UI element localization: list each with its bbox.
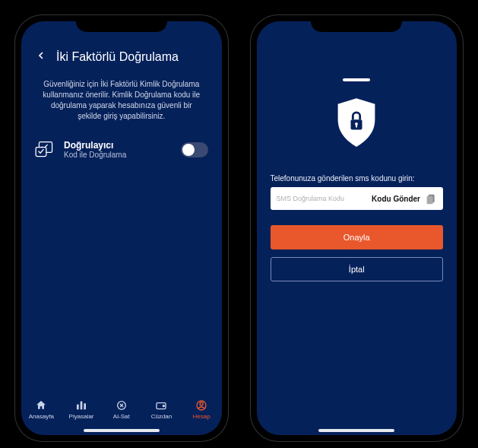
tab-trade[interactable]: Al-Sat [101, 399, 141, 420]
tab-markets-label: Piyasalar [69, 413, 94, 420]
authenticator-title: Doğrulayıcı [64, 140, 173, 151]
sms-code-input[interactable]: SMS Doğrulama Kodu Kodu Gönder [271, 187, 444, 210]
svg-point-7 [163, 405, 165, 406]
svg-point-9 [200, 402, 203, 405]
tab-markets[interactable]: Piyasalar [62, 399, 102, 420]
notch [76, 15, 167, 32]
toggle-knob [182, 144, 195, 156]
header: İki Faktörlü Doğrulama [35, 48, 208, 65]
shield-wrap [271, 97, 444, 151]
wallet-icon [154, 399, 168, 411]
home-indicator[interactable] [84, 429, 160, 432]
trade-icon [115, 399, 128, 411]
screen-right: Telefonunuza gönderilen sms kodunu girin… [257, 21, 457, 435]
account-icon [195, 399, 208, 411]
svg-rect-12 [356, 124, 357, 128]
phone-right: Telefonunuza gönderilen sms kodunu girin… [251, 15, 464, 441]
authenticator-subtitle: Kod ile Doğrulama [64, 151, 173, 159]
sms-input-placeholder: SMS Doğrulama Kodu [277, 195, 372, 202]
authenticator-icon [35, 141, 56, 159]
markets-icon [74, 399, 88, 411]
cancel-button[interactable]: İptal [271, 257, 444, 281]
tab-trade-label: Al-Sat [113, 413, 130, 420]
cancel-button-label: İptal [349, 265, 365, 274]
send-code-button[interactable]: Kodu Gönder [372, 195, 420, 203]
screen-left: İki Faktörlü Doğrulama Güvenliğiniz için… [21, 21, 222, 435]
tab-account-label: Hesap [193, 413, 211, 420]
paste-icon[interactable] [425, 192, 437, 205]
authenticator-toggle[interactable] [181, 142, 208, 157]
sms-prompt: Telefonunuza gönderilen sms kodunu girin… [271, 174, 444, 183]
page-title: İki Faktörlü Doğrulama [56, 50, 208, 64]
confirm-button-label: Onayla [343, 233, 370, 242]
svg-rect-14 [427, 196, 433, 205]
svg-rect-3 [81, 401, 83, 409]
tab-wallet[interactable]: Cüzdan [141, 399, 182, 420]
tab-account[interactable]: Hesap [182, 399, 222, 420]
phone-left: İki Faktörlü Doğrulama Güvenliğiniz için… [15, 15, 228, 441]
tab-home-label: Anasayfa [29, 413, 54, 420]
home-indicator[interactable] [318, 429, 394, 432]
page-description: Güvenliğiniz için İki Faktörlü Kimlik Do… [35, 79, 208, 122]
shield-lock-icon [334, 97, 379, 151]
notch [311, 15, 402, 32]
home-icon [34, 399, 48, 411]
drag-handle[interactable] [343, 78, 370, 81]
confirm-button[interactable]: Onayla [271, 225, 444, 249]
svg-rect-4 [84, 403, 86, 409]
authenticator-row: Doğrulayıcı Kod ile Doğrulama [35, 137, 208, 162]
tab-wallet-label: Cüzdan [151, 413, 173, 420]
svg-rect-2 [77, 404, 79, 409]
tab-home[interactable]: Anasayfa [21, 399, 62, 420]
back-icon[interactable] [35, 48, 47, 65]
